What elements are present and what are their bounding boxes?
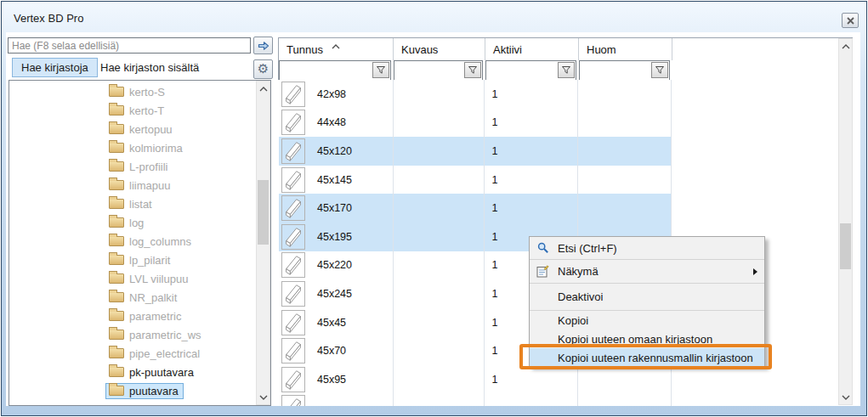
tree-item-puutavara-selected[interactable]: puutavara [9, 381, 256, 400]
beam-icon [281, 195, 305, 221]
tree-item[interactable]: kertopuu [9, 120, 256, 138]
folder-icon [109, 143, 124, 153]
tree-item[interactable]: liimapuu [9, 176, 256, 194]
tree-item[interactable]: lp_pilarit [9, 251, 256, 269]
scrollbar-thumb[interactable] [840, 223, 851, 269]
menu-item-label: Deaktivoi [558, 290, 603, 303]
tree-item[interactable]: parametric_ws [9, 325, 256, 344]
filter-button[interactable] [372, 62, 389, 78]
folder-icon [109, 124, 124, 134]
table-row[interactable] [279, 394, 672, 406]
tree-item[interactable]: LVL viilupuu [9, 269, 256, 288]
aktiivi-value: 1 [485, 109, 578, 138]
table-row[interactable]: 45x145 1 [279, 166, 672, 194]
search-input[interactable] [8, 37, 251, 54]
tree-item-label: pk-puutavara [129, 366, 194, 379]
filter-button[interactable] [651, 62, 668, 78]
tree-item[interactable]: L-profiili [9, 157, 256, 176]
column-header-kuvaus[interactable]: Kuvaus [394, 38, 485, 60]
chevron-up-icon [842, 44, 850, 49]
tree-item-label: LVL viilupuu [129, 273, 188, 285]
huom-value [578, 80, 672, 109]
scroll-down-button[interactable] [257, 390, 269, 404]
filter-button[interactable] [558, 62, 575, 78]
beam-icon [281, 395, 305, 406]
sort-ascending-icon [332, 39, 340, 52]
kuvaus-value [394, 166, 485, 194]
tree-item-label: listat [129, 198, 152, 211]
table-row-selected[interactable]: 45x120 1 [279, 137, 672, 166]
aktiivi-value: 1 [485, 137, 578, 166]
search-go-button[interactable] [253, 37, 273, 54]
kuvaus-value [394, 109, 485, 138]
tree-item-label: parametric_ws [129, 329, 201, 341]
kuvaus-value [394, 365, 485, 394]
tree-item-label: log_columns [129, 235, 191, 248]
folder-icon [109, 199, 124, 209]
tab-label: Hae kirjaston sisältä [100, 61, 199, 74]
tab-hae-kirjaston-sisalta[interactable]: Hae kirjaston sisältä [92, 58, 207, 77]
beam-icon [281, 82, 305, 107]
aktiivi-value: 1 [485, 80, 578, 109]
table-row[interactable]: 44x48 1 [279, 109, 672, 138]
tree-scrollbar[interactable] [256, 81, 270, 405]
folder-icon [109, 180, 124, 190]
menu-item-label: Kopioi [558, 314, 588, 327]
beam-icon [281, 224, 305, 250]
folder-icon [109, 161, 124, 172]
menu-item-etsi[interactable]: Etsi (Ctrl+F) [530, 237, 764, 259]
table-scrollbar[interactable] [838, 38, 853, 405]
titlebar[interactable]: Vertex BD Pro [2, 2, 866, 32]
menu-item-kopioi[interactable]: Kopioi [530, 311, 764, 330]
scroll-down-button[interactable] [839, 390, 852, 404]
tree-item-label: puutavara [129, 385, 179, 397]
filter-input-aktiivi[interactable] [485, 60, 576, 80]
menu-item-nakyma[interactable]: Näkymä [530, 260, 764, 283]
scrollbar-thumb[interactable] [258, 180, 269, 245]
tree-item[interactable]: log_columns [9, 232, 256, 251]
kuvaus-value [394, 194, 485, 223]
kuvaus-value [394, 394, 485, 406]
tunnus-value: 44x48 [317, 116, 346, 128]
window-title: Vertex BD Pro [14, 12, 83, 25]
tree-item-label: L-profiili [129, 161, 168, 173]
tree-item[interactable]: kolmiorima [9, 138, 256, 157]
column-header-huom[interactable]: Huom [579, 38, 672, 60]
tree-item[interactable]: kerto-S [9, 82, 256, 101]
column-header-aktiivi[interactable]: Aktiivi [485, 38, 579, 60]
filter-button[interactable] [464, 62, 481, 78]
beam-icon [281, 310, 305, 335]
tree-item[interactable]: pipe_electrical [9, 344, 256, 363]
filter-input-kuvaus[interactable] [394, 60, 483, 80]
tree-item-label: lp_pilarit [129, 254, 170, 267]
tree-item[interactable]: listat [9, 194, 256, 213]
tab-hae-kirjastoja[interactable]: Hae kirjastoja [12, 58, 98, 77]
filter-input-tunnus[interactable] [279, 60, 391, 80]
tree-item[interactable]: pk-puutavara [9, 363, 256, 381]
tree-item[interactable]: parametric [9, 307, 256, 325]
tree-item[interactable]: NR_palkit [9, 288, 256, 307]
column-header-tunnus[interactable]: Tunnus [279, 38, 394, 60]
scroll-up-button[interactable] [839, 39, 852, 54]
tree-item-label: parametric [129, 310, 181, 323]
tunnus-value: 45x145 [317, 174, 352, 186]
kuvaus-value [394, 137, 485, 166]
tree-item[interactable]: log [9, 213, 256, 232]
aktiivi-value [485, 394, 578, 406]
kuvaus-value [394, 223, 485, 251]
settings-button[interactable]: ⚙ [253, 59, 273, 79]
tree-item-label: liimapuu [129, 179, 170, 192]
beam-icon [281, 281, 305, 307]
table-row-selected[interactable]: 45x170 1 [279, 194, 672, 223]
chevron-down-icon [842, 395, 850, 400]
scroll-up-button[interactable] [257, 82, 269, 96]
close-button[interactable] [842, 13, 859, 28]
table-row[interactable]: 42x98 1 [279, 80, 672, 109]
filter-input-huom[interactable] [579, 60, 670, 80]
tree-item[interactable]: kerto-T [9, 101, 256, 120]
tree-item-label: kolmiorima [129, 142, 183, 155]
menu-item-deaktivoi[interactable]: Deaktivoi [530, 284, 764, 310]
folder-icon [109, 87, 124, 97]
tunnus-value: 42x98 [317, 88, 346, 100]
tree-item-label: kertopuu [129, 123, 173, 136]
